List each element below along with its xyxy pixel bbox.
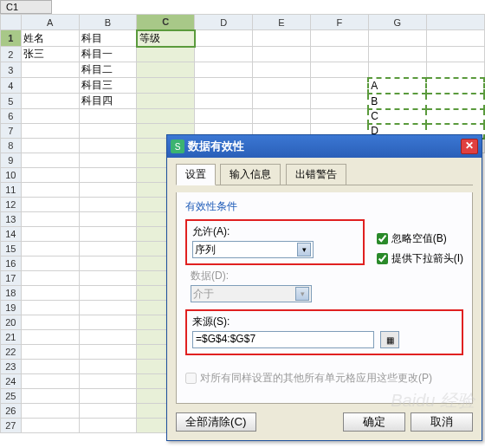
cell-marquee[interactable]: C xyxy=(368,109,426,124)
cell[interactable] xyxy=(21,124,79,139)
cell[interactable] xyxy=(79,301,137,315)
cell[interactable] xyxy=(426,62,484,78)
row-header[interactable]: 5 xyxy=(1,94,22,109)
cell[interactable] xyxy=(79,109,137,124)
range-picker-button[interactable]: ▦ xyxy=(380,331,399,348)
cell[interactable] xyxy=(253,78,311,94)
cell[interactable] xyxy=(21,198,79,212)
cell-active[interactable]: 等级 xyxy=(137,30,195,47)
cell[interactable] xyxy=(253,30,311,47)
cell[interactable] xyxy=(21,153,79,168)
cell[interactable]: 科目四 xyxy=(79,94,137,109)
row-header[interactable]: 22 xyxy=(1,345,22,360)
cell[interactable] xyxy=(79,256,137,271)
cell[interactable] xyxy=(21,301,79,315)
row-header[interactable]: 9 xyxy=(1,153,22,168)
cell[interactable] xyxy=(195,30,253,47)
cell[interactable] xyxy=(137,78,195,94)
col-header-F[interactable]: F xyxy=(310,15,368,30)
cell[interactable] xyxy=(21,330,79,345)
row-header[interactable]: 16 xyxy=(1,256,22,271)
cell[interactable] xyxy=(137,62,195,78)
cell[interactable] xyxy=(253,47,311,62)
cell[interactable] xyxy=(21,360,79,374)
cell[interactable] xyxy=(79,360,137,374)
dialog-titlebar[interactable]: S 数据有效性 ✕ xyxy=(167,135,482,158)
cell[interactable] xyxy=(21,212,79,227)
cell[interactable] xyxy=(79,198,137,212)
cell[interactable] xyxy=(21,62,79,78)
cell[interactable] xyxy=(21,389,79,404)
clear-all-button[interactable]: 全部清除(C) xyxy=(176,412,256,432)
col-header-E[interactable]: E xyxy=(253,15,311,30)
row-header[interactable]: 27 xyxy=(1,419,22,433)
cell-marquee[interactable] xyxy=(426,78,484,94)
cell[interactable] xyxy=(21,78,79,94)
cell[interactable] xyxy=(310,30,368,47)
row-header[interactable]: 6 xyxy=(1,109,22,124)
col-header-G[interactable]: G xyxy=(368,15,426,30)
cell-marquee[interactable] xyxy=(426,109,484,124)
cell[interactable] xyxy=(195,109,253,124)
cell[interactable] xyxy=(79,227,137,242)
cell[interactable] xyxy=(368,62,426,78)
row-header[interactable]: 13 xyxy=(1,212,22,227)
row-header[interactable]: 14 xyxy=(1,227,22,242)
cell[interactable] xyxy=(137,94,195,109)
corner-cell[interactable] xyxy=(1,15,22,30)
row-header[interactable]: 18 xyxy=(1,286,22,301)
ignore-blank-checkbox[interactable]: 忽略空值(B) xyxy=(377,231,463,246)
cell[interactable] xyxy=(253,109,311,124)
row-header[interactable]: 17 xyxy=(1,271,22,286)
cell[interactable] xyxy=(368,30,426,47)
cell[interactable] xyxy=(21,242,79,256)
row-header[interactable]: 3 xyxy=(1,62,22,78)
row-header[interactable]: 7 xyxy=(1,124,22,139)
col-header-D[interactable]: D xyxy=(195,15,253,30)
cell[interactable]: 科目一 xyxy=(79,47,137,62)
row-header[interactable]: 12 xyxy=(1,198,22,212)
row-header[interactable]: 23 xyxy=(1,360,22,374)
cell[interactable] xyxy=(21,345,79,360)
cell[interactable] xyxy=(195,94,253,109)
cell-marquee[interactable]: A xyxy=(368,78,426,94)
cell[interactable] xyxy=(195,62,253,78)
cell[interactable] xyxy=(79,271,137,286)
cell[interactable] xyxy=(79,315,137,330)
cell[interactable] xyxy=(21,109,79,124)
cell[interactable] xyxy=(21,374,79,389)
tab-error-alert[interactable]: 出错警告 xyxy=(286,164,346,185)
cell-marquee[interactable]: B xyxy=(368,94,426,109)
cell[interactable] xyxy=(21,419,79,433)
cell[interactable] xyxy=(310,62,368,78)
close-button[interactable]: ✕ xyxy=(461,139,478,154)
cell[interactable] xyxy=(21,139,79,153)
cell[interactable] xyxy=(21,94,79,109)
dropdown-arrow-checkbox[interactable]: 提供下拉箭头(I) xyxy=(377,251,463,266)
allow-combobox[interactable]: 序列 ▾ xyxy=(192,241,314,258)
cell[interactable] xyxy=(79,168,137,183)
cell-marquee[interactable] xyxy=(426,94,484,109)
row-header[interactable]: 1 xyxy=(1,30,22,47)
col-header-C[interactable]: C xyxy=(137,15,195,30)
row-header[interactable]: 20 xyxy=(1,315,22,330)
cell[interactable] xyxy=(426,30,484,47)
row-header[interactable]: 10 xyxy=(1,168,22,183)
cell[interactable] xyxy=(426,47,484,62)
cell[interactable] xyxy=(79,242,137,256)
cell[interactable] xyxy=(79,153,137,168)
cell[interactable]: 科目三 xyxy=(79,78,137,94)
cell[interactable] xyxy=(21,271,79,286)
row-header[interactable]: 25 xyxy=(1,389,22,404)
cell[interactable] xyxy=(310,78,368,94)
cell[interactable] xyxy=(195,78,253,94)
cell[interactable] xyxy=(21,227,79,242)
cell[interactable] xyxy=(79,286,137,301)
cell[interactable] xyxy=(79,183,137,198)
cell[interactable] xyxy=(21,286,79,301)
cell[interactable] xyxy=(79,419,137,433)
cell[interactable] xyxy=(79,389,137,404)
row-header[interactable]: 21 xyxy=(1,330,22,345)
cell[interactable]: 姓名 xyxy=(21,30,79,47)
row-header[interactable]: 15 xyxy=(1,242,22,256)
